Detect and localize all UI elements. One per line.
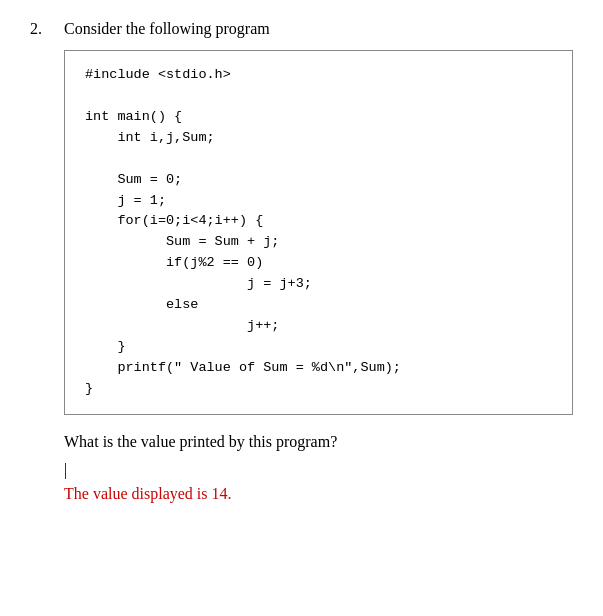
sub-question-text: What is the value printed by this progra…: [64, 433, 573, 451]
code-block: #include <stdio.h> int main() { int i,j,…: [64, 50, 573, 415]
answer-cursor: |: [64, 461, 573, 479]
question-block: 2. Consider the following program #inclu…: [30, 20, 573, 503]
question-number: 2.: [30, 20, 54, 503]
answer-text: The value displayed is 14.: [64, 485, 573, 503]
question-intro: Consider the following program: [64, 20, 573, 38]
question-content: Consider the following program #include …: [64, 20, 573, 503]
